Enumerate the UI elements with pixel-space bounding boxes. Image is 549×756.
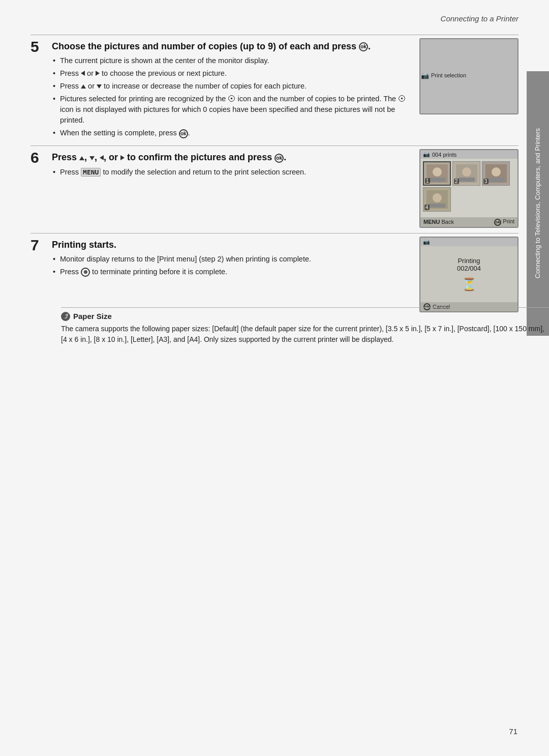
step-5-bullet-3: Press or to increase or decrease the num… [53, 81, 518, 92]
thumb-6-4: 4 [423, 187, 451, 212]
side-tab: Connecting to Televisions, Computers, an… [527, 71, 549, 336]
top-rule [30, 35, 518, 35]
note-title: ℐ Paper Size [61, 312, 549, 321]
svg-point-19 [433, 193, 442, 202]
svg-rect-14 [459, 178, 475, 182]
step-5-bullets: The current picture is shown at the cent… [53, 55, 518, 138]
print-icon-6: 📷 [423, 151, 430, 158]
thumb-num-2: 2 [454, 179, 459, 184]
step-5-content: 📷 Print selection [52, 40, 518, 140]
page-header: Connecting to a Printer [441, 14, 518, 23]
right-icon-6 [120, 155, 125, 160]
page: Connecting to a Printer Connecting to Te… [0, 0, 549, 756]
step-7-bullet-1: Monitor display returns to the [Print me… [53, 254, 518, 265]
up-arrow-icon [81, 84, 86, 89]
thumb-num-1: 1 [425, 178, 430, 184]
step-6-number: 6 [30, 149, 52, 227]
down-arrow-icon [97, 84, 102, 89]
thumb-num-4: 4 [424, 205, 430, 210]
step-5-bullet-4: Pictures selected for printing are recog… [53, 94, 518, 126]
mid-rule-1 [30, 146, 518, 146]
down-icon-6 [89, 156, 95, 160]
screen-6-footer-right: ok Print [494, 218, 514, 225]
side-tab-text: Connecting to Televisions, Computers, an… [534, 128, 542, 278]
step-5-bullet-2: Press or to choose the previous or next … [53, 68, 518, 79]
note-text: The camera supports the following paper … [61, 324, 549, 345]
left-icon-6 [100, 155, 104, 160]
svg-rect-11 [429, 178, 445, 182]
mid-rule-2 [30, 233, 518, 234]
svg-rect-20 [429, 203, 445, 208]
step-5: 5 📷 Print selection [30, 40, 518, 140]
up-icon-6 [79, 156, 84, 160]
step-5-bullet-5: When the setting is complete, press ok. [53, 128, 518, 138]
right-arrow-icon [96, 71, 100, 76]
step-7-bullet-2: Press ⊗ to terminate printing before it … [53, 267, 518, 277]
note-title-text: Paper Size [73, 312, 112, 321]
step-5-number: 5 [30, 38, 52, 140]
ok-button-6: ok [274, 154, 284, 163]
step-6-bullet-1: Press MENU to modify the selection and r… [53, 167, 518, 178]
note-rule [61, 307, 549, 308]
camera-icon-7: 📷 [423, 239, 430, 245]
screen-6-mockup: 📷 004 prints 1 2 [419, 149, 518, 227]
hourglass-icon: ⏳ [462, 277, 477, 292]
ok-button-5: ok [359, 42, 368, 51]
step-6-bullets: Press MENU to modify the selection and r… [53, 167, 518, 178]
ok-button-7b: ⊗ [81, 268, 90, 277]
header-title: Connecting to a Printer [441, 14, 518, 23]
step-7-content: 📷 Printing 002/004 ⏳ ok Cancel Print [52, 239, 518, 312]
note-section: ℐ Paper Size The camera supports the fol… [61, 307, 549, 345]
ok-button-5b: ok [179, 129, 188, 138]
thumb-num-3: 3 [483, 179, 489, 184]
step-5-bullet-1: The current picture is shown at the cent… [53, 55, 518, 66]
screen-6-footer-left: MENU Back [423, 219, 454, 225]
page-number: 71 [509, 727, 517, 736]
left-arrow-icon [81, 71, 85, 76]
main-content: 5 📷 Print selection [30, 31, 518, 725]
step-6-content: 📷 004 prints 1 2 [52, 151, 518, 227]
note-icon: ℐ [61, 312, 70, 321]
step-7: 7 📷 Printing 002/004 ⏳ ok [30, 239, 518, 312]
ok-icon-6: ok [494, 219, 501, 226]
screen-6-header: 004 prints [432, 152, 456, 158]
menu-label-6: MENU [81, 168, 101, 177]
svg-rect-17 [488, 178, 504, 182]
step-7-number: 7 [30, 237, 52, 312]
step-6: 6 📷 004 prints 1 [30, 151, 518, 227]
